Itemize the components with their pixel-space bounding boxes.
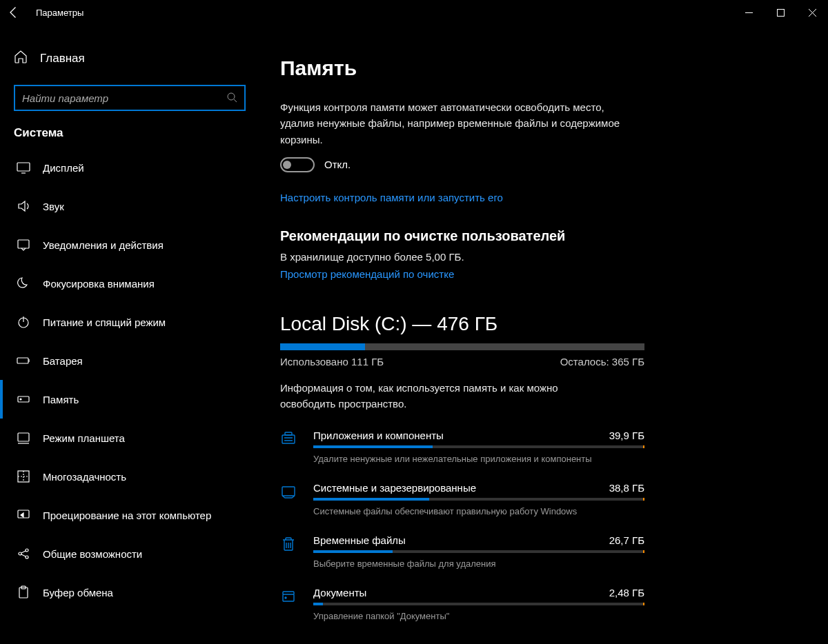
main-content: Память Функция контроля памяти может авт… xyxy=(259,25,828,644)
sidebar-item-battery[interactable]: Батарея xyxy=(0,341,259,380)
sidebar-item-label: Дисплей xyxy=(43,162,84,174)
system-icon xyxy=(280,482,299,502)
titlebar: Параметры xyxy=(0,0,828,25)
sidebar-item-clipboard[interactable]: Буфер обмена xyxy=(0,573,259,612)
category-hint: Управление папкой "Документы" xyxy=(313,611,644,621)
storage-icon xyxy=(17,392,30,406)
category-size: 26,7 ГБ xyxy=(609,534,644,546)
category-hint: Удалите ненужные или нежелательные прило… xyxy=(313,454,644,464)
sidebar-item-label: Проецирование на этот компьютер xyxy=(43,510,211,521)
disk-title: Local Disk (C:) — 476 ГБ xyxy=(280,313,807,335)
category-name: Документы xyxy=(313,587,366,598)
category-size: 38,8 ГБ xyxy=(609,482,644,494)
notify-icon xyxy=(17,238,30,252)
sidebar-item-label: Фокусировка внимания xyxy=(43,278,155,290)
sidebar-home-label: Главная xyxy=(40,52,85,66)
sound-icon xyxy=(17,199,30,213)
sidebar-item-moon[interactable]: Фокусировка внимания xyxy=(0,264,259,303)
sidebar-item-shared[interactable]: Общие возможности xyxy=(0,534,259,573)
storage-sense-desc: Функция контроля памяти может автоматиче… xyxy=(280,99,639,148)
configure-storage-sense-link[interactable]: Настроить контроль памяти или запустить … xyxy=(280,192,503,203)
sidebar-item-sound[interactable]: Звук xyxy=(0,187,259,225)
sidebar-item-label: Буфер обмена xyxy=(43,587,113,598)
search-field[interactable] xyxy=(22,92,226,104)
project-icon xyxy=(17,508,30,522)
sidebar: Главная Система ДисплейЗвукУведомления и… xyxy=(0,25,259,644)
trash-icon xyxy=(280,534,299,554)
sidebar-item-notify[interactable]: Уведомления и действия xyxy=(0,225,259,264)
category-size: 2,48 ГБ xyxy=(609,587,644,598)
sidebar-item-label: Общие возможности xyxy=(43,548,142,560)
sidebar-item-label: Уведомления и действия xyxy=(43,239,164,251)
sidebar-item-storage[interactable]: Память xyxy=(0,380,259,419)
docs-icon xyxy=(280,587,299,607)
sidebar-item-label: Питание и спящий режим xyxy=(43,316,166,328)
search-icon xyxy=(226,92,237,105)
sidebar-item-display[interactable]: Дисплей xyxy=(0,148,259,187)
display-icon xyxy=(17,161,30,174)
svg-point-12 xyxy=(26,549,28,552)
storage-category-docs[interactable]: Документы2,48 ГБУправление папкой "Докум… xyxy=(280,578,644,631)
category-hint: Системные файлы обеспечивают правильную … xyxy=(313,506,644,516)
storage-sense-toggle[interactable] xyxy=(280,157,315,172)
tablet-icon xyxy=(17,431,30,445)
usage-desc: Информация о том, как используется памят… xyxy=(280,380,598,412)
category-bar xyxy=(313,498,644,501)
moon-icon xyxy=(17,276,30,290)
category-bar xyxy=(313,550,644,553)
sidebar-item-label: Режим планшета xyxy=(43,432,125,444)
sidebar-item-label: Многозадачность xyxy=(43,471,126,483)
toggle-state-label: Откл. xyxy=(324,159,351,170)
sidebar-item-tablet[interactable]: Режим планшета xyxy=(0,419,259,457)
power-icon xyxy=(17,315,30,329)
sidebar-item-project[interactable]: Проецирование на этот компьютер xyxy=(0,496,259,534)
category-name: Системные и зарезервированные xyxy=(313,482,476,494)
storage-category-apps[interactable]: Приложения и компоненты39,9 ГБУдалите не… xyxy=(280,421,644,474)
multitask-icon xyxy=(17,470,30,483)
storage-category-system[interactable]: Системные и зарезервированные38,8 ГБСист… xyxy=(280,474,644,526)
apps-icon xyxy=(280,430,299,450)
cleanup-recommend-link[interactable]: Просмотр рекомендаций по очистке xyxy=(280,268,454,280)
category-bar xyxy=(313,445,644,448)
sidebar-item-label: Память xyxy=(43,394,79,405)
svg-rect-18 xyxy=(282,487,295,496)
svg-rect-8 xyxy=(18,433,29,441)
svg-point-7 xyxy=(20,399,21,400)
category-name: Приложения и компоненты xyxy=(313,430,444,441)
category-name: Временные файлы xyxy=(313,534,406,546)
svg-point-11 xyxy=(19,552,21,555)
svg-rect-6 xyxy=(18,396,29,402)
svg-point-20 xyxy=(285,597,286,598)
cleanup-recommend-sub: В хранилище доступно более 5,00 ГБ. xyxy=(280,251,807,263)
disk-free-label: Осталось: 365 ГБ xyxy=(560,356,644,368)
category-hint: Выберите временные файлы для удаления xyxy=(313,559,644,569)
window-title: Параметры xyxy=(36,8,83,18)
back-button[interactable] xyxy=(7,6,21,19)
search-input[interactable] xyxy=(14,85,246,111)
sidebar-home[interactable]: Главная xyxy=(0,43,259,74)
svg-rect-2 xyxy=(17,163,30,171)
sidebar-item-multitask[interactable]: Многозадачность xyxy=(0,457,259,496)
svg-rect-3 xyxy=(18,240,29,248)
svg-rect-17 xyxy=(285,432,292,435)
clipboard-icon xyxy=(17,585,30,599)
sidebar-item-power[interactable]: Питание и спящий режим xyxy=(0,303,259,341)
close-button[interactable] xyxy=(796,1,828,23)
minimize-button[interactable] xyxy=(733,1,765,23)
svg-rect-16 xyxy=(282,435,295,443)
svg-point-1 xyxy=(228,93,235,100)
home-icon xyxy=(14,50,28,67)
storage-category-trash[interactable]: Временные файлы26,7 ГБВыберите временные… xyxy=(280,526,644,578)
cleanup-recommend-heading: Рекомендации по очистке пользователей xyxy=(280,228,807,244)
category-size: 39,9 ГБ xyxy=(609,430,644,441)
sidebar-item-label: Звук xyxy=(43,201,64,212)
disk-usage-bar xyxy=(280,343,644,350)
sidebar-item-label: Батарея xyxy=(43,355,83,367)
battery-icon xyxy=(17,354,30,368)
svg-rect-5 xyxy=(17,358,28,363)
svg-rect-0 xyxy=(777,9,784,16)
svg-point-13 xyxy=(26,556,28,559)
shared-icon xyxy=(17,547,30,561)
maximize-button[interactable] xyxy=(765,1,796,23)
sidebar-section-title: Система xyxy=(0,126,259,148)
